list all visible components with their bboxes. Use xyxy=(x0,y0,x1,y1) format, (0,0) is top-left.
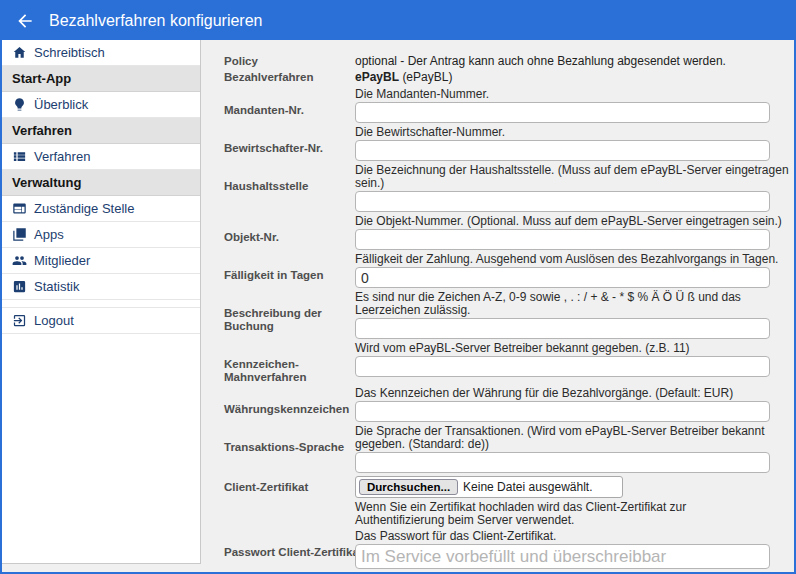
sidebar-item-label: Mitglieder xyxy=(34,253,90,268)
bezahlverfahren-label: Bezahlverfahren xyxy=(224,69,355,85)
field-hint: Das Passwort für das Client-Zertifikat. xyxy=(355,530,796,543)
haushaltsstelle-input[interactable] xyxy=(355,191,770,212)
sidebar-item-verfahren[interactable]: Verfahren xyxy=(2,144,200,170)
home-icon xyxy=(12,45,27,60)
policy-label: Policy xyxy=(224,53,355,69)
field-hint: Fälligkeit der Zahlung. Ausgehend vom Au… xyxy=(355,253,796,266)
field-label: Client-Zertifikat xyxy=(224,476,355,527)
transaktions-sprache-input[interactable] xyxy=(355,452,770,473)
field-label: Mandanten-Nr. xyxy=(224,88,355,123)
sidebar-item-label: Schreibtisch xyxy=(34,45,105,60)
sidebar-item-apps[interactable]: Apps xyxy=(2,222,200,248)
beschreibung-der-buchung-input[interactable] xyxy=(355,318,770,339)
form-row-objekt: Objekt-Nr. Die Objekt-Nummer. (Optional.… xyxy=(224,215,770,250)
list-icon xyxy=(12,149,27,164)
file-status-text: Keine Datei ausgewählt. xyxy=(463,480,618,494)
field-hint: Wird vom ePayBL-Server Betreiber bekannt… xyxy=(355,342,796,355)
sidebar-item-ueberblick[interactable]: Überblick xyxy=(2,92,200,118)
sidebar-item-label: Überblick xyxy=(34,97,88,112)
objekt-nr-input[interactable] xyxy=(355,229,770,250)
form-row-mandanten: Mandanten-Nr. Die Mandanten-Nummer. xyxy=(224,88,770,123)
field-hint: Die Bezeichnung der Haushaltsstelle. (Mu… xyxy=(355,164,796,190)
field-label: Haushaltsstelle xyxy=(224,164,355,212)
field-label: Kennzeichen-Mahnverfahren xyxy=(224,342,355,384)
field-label: Objekt-Nr. xyxy=(224,215,355,250)
page-title: Bezahlverfahren konfigurieren xyxy=(49,12,262,30)
browser-window-icon xyxy=(12,201,27,216)
back-button[interactable] xyxy=(15,11,35,31)
lightbulb-icon xyxy=(12,97,27,112)
field-hint: Die Objekt-Nummer. (Optional. Muss auf d… xyxy=(355,215,796,228)
form-row-client-zertifikat: Client-Zertifikat Durchsuchen... Keine D… xyxy=(224,476,770,527)
sidebar-item-logout[interactable]: Logout xyxy=(2,308,200,334)
form-row-bewirtschafter: Bewirtschafter-Nr. Die Bewirtschafter-Nu… xyxy=(224,126,770,161)
field-hint: Die Bewirtschafter-Nummer. xyxy=(355,126,796,139)
field-hint: Es sind nur die Zeichen A-Z, 0-9 sowie ,… xyxy=(355,291,796,317)
waehrungskennzeichen-input[interactable] xyxy=(355,401,770,422)
client-zertifikat-file-control: Durchsuchen... Keine Datei ausgewählt. xyxy=(355,476,623,498)
faelligkeit-in-tagen-input[interactable] xyxy=(355,267,770,288)
sidebar-item-label: Logout xyxy=(34,313,74,328)
field-label: Fälligkeit in Tagen xyxy=(224,253,355,288)
field-label: Beschreibung der Buchung xyxy=(224,291,355,339)
policy-value: optional - Der Antrag kann auch ohne Bez… xyxy=(355,53,726,69)
sidebar: Schreibtisch Start-App Überblick Verfahr… xyxy=(2,40,201,564)
sidebar-item-statistik[interactable]: Statistik xyxy=(2,274,200,300)
logout-icon xyxy=(12,313,27,328)
header: Bezahlverfahren konfigurieren xyxy=(2,2,794,40)
apps-icon xyxy=(12,227,27,242)
bar-chart-icon xyxy=(12,279,27,294)
form-row-kennzeichen: Kennzeichen-Mahnverfahren Wird vom ePayB… xyxy=(224,342,770,384)
kennzeichen-mahnverfahren-input[interactable] xyxy=(355,356,770,377)
durchsuchen-button[interactable]: Durchsuchen... xyxy=(359,479,458,495)
form-row-waehrung: Währungskennzeichen Das Kennzeichen der … xyxy=(224,387,770,422)
field-hint: Die Mandanten-Nummer. xyxy=(355,88,796,101)
sidebar-divider xyxy=(2,300,200,308)
arrow-left-icon xyxy=(15,11,35,31)
field-label: Transaktions-Sprache xyxy=(224,425,355,473)
field-label: Passwort Client-Zertifikat xyxy=(224,530,355,569)
sidebar-item-label: Statistik xyxy=(34,279,80,294)
bezahlverfahren-value: ePayBL (ePayBL) xyxy=(355,69,452,85)
layout: Schreibtisch Start-App Überblick Verfahr… xyxy=(2,40,794,572)
sidebar-item-schreibtisch[interactable]: Schreibtisch xyxy=(2,40,200,66)
sidebar-section-start-app: Start-App xyxy=(2,66,200,92)
form-row-beschreibung: Beschreibung der Buchung Es sind nur die… xyxy=(224,291,770,339)
form-row-faelligkeit: Fälligkeit in Tagen Fälligkeit der Zahlu… xyxy=(224,253,770,288)
sidebar-item-label: Zuständige Stelle xyxy=(34,201,134,216)
sidebar-section-verwaltung: Verwaltung xyxy=(2,170,200,196)
field-label: Bewirtschafter-Nr. xyxy=(224,126,355,161)
passwort-client-zertifikat-input[interactable] xyxy=(355,544,770,569)
field-hint: Das Kennzeichen der Währung für die Beza… xyxy=(355,387,796,400)
form-row-haushaltsstelle: Haushaltsstelle Die Bezeichnung der Haus… xyxy=(224,164,770,212)
bewirtschafter-nr-input[interactable] xyxy=(355,140,770,161)
people-icon xyxy=(12,253,27,268)
bezahlverfahren-row: Bezahlverfahren ePayBL (ePayBL) xyxy=(224,69,770,85)
bezahlverfahren-config-page: Bezahlverfahren konfigurieren Schreibtis… xyxy=(0,0,796,574)
form-row-transaktionssprache: Transaktions-Sprache Die Sprache der Tra… xyxy=(224,425,770,473)
sidebar-item-label: Apps xyxy=(34,227,64,242)
sidebar-item-zustaendige-stelle[interactable]: Zuständige Stelle xyxy=(2,196,200,222)
field-label: Währungskennzeichen xyxy=(224,387,355,422)
sidebar-section-verfahren: Verfahren xyxy=(2,118,200,144)
field-hint: Die Sprache der Transaktionen. (Wird vom… xyxy=(355,425,796,451)
policy-row: Policy optional - Der Antrag kann auch o… xyxy=(224,53,770,69)
form-row-passwort: Passwort Client-Zertifikat Das Passwort … xyxy=(224,530,770,569)
config-form: Policy optional - Der Antrag kann auch o… xyxy=(201,40,794,572)
sidebar-item-mitglieder[interactable]: Mitglieder xyxy=(2,248,200,274)
mandanten-nr-input[interactable] xyxy=(355,102,770,123)
sidebar-item-label: Verfahren xyxy=(34,149,90,164)
field-hint: Wenn Sie ein Zertifikat hochladen wird d… xyxy=(355,501,770,527)
